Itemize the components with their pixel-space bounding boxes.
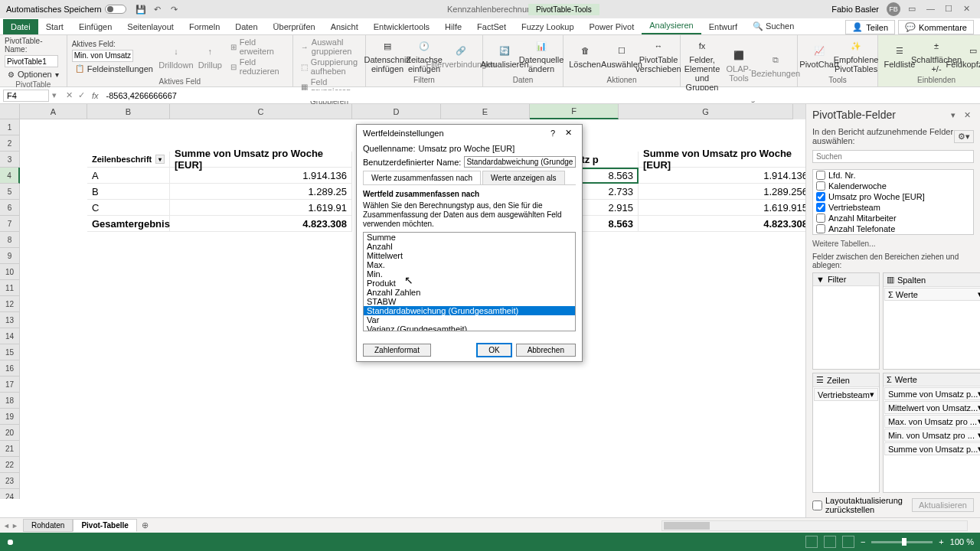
collapse-field-button[interactable]: ⊟ Feld reduzieren (227, 57, 288, 77)
sheet-tab-pivot[interactable]: Pivot-Tabelle (73, 519, 137, 532)
add-sheet-icon[interactable]: ⊕ (137, 519, 153, 532)
field-checkbox[interactable] (816, 203, 825, 212)
calc-option[interactable]: Mittelwert (364, 251, 575, 260)
tab-start[interactable]: Start (38, 19, 71, 34)
row-header[interactable]: 2 (0, 135, 20, 152)
row-header[interactable]: 16 (0, 360, 20, 377)
dialog-tab-summarize[interactable]: Werte zusammenfassen nach (363, 171, 481, 184)
zoom-level[interactable]: 100 % (950, 537, 974, 546)
redo-icon[interactable]: ↷ (169, 4, 180, 15)
tab-analysieren[interactable]: Analysieren (642, 18, 701, 34)
cell-g7[interactable]: 4.823.308 (639, 216, 813, 232)
cell-c5[interactable]: 1.289.25 (170, 184, 352, 200)
sheet-nav-next-icon[interactable]: ► (11, 522, 18, 530)
expand-field-button[interactable]: ⊞ Feld erweitern (227, 37, 288, 57)
col-header-e[interactable]: E (441, 104, 530, 119)
area-item[interactable]: Summe von Umsatz p...▾ (884, 387, 980, 400)
cell-c7[interactable]: 4.823.308 (170, 216, 352, 232)
zoom-in-icon[interactable]: + (939, 537, 943, 546)
cell-c6[interactable]: 1.619.91 (170, 200, 352, 216)
normal-view-icon[interactable] (805, 536, 818, 548)
close-icon[interactable]: ✕ (963, 4, 974, 15)
col-header-d[interactable]: D (352, 104, 441, 119)
col-header-b[interactable]: B (87, 104, 170, 119)
cell-c4[interactable]: 1.914.136 (170, 168, 352, 184)
olap-button[interactable]: ⬛OLAP-Tools (722, 46, 756, 84)
values-area[interactable]: ΣWerte Summe von Umsatz p...▾Mittelwert … (883, 373, 980, 493)
share-button[interactable]: 👤 Teilen (845, 20, 895, 34)
sheet-nav-prev-icon[interactable]: ◄ (3, 522, 10, 530)
ok-button[interactable]: OK (477, 344, 511, 357)
ribbon-options-icon[interactable]: ▭ (908, 4, 919, 15)
field-checkbox[interactable] (816, 181, 825, 191)
area-item[interactable]: Mittelwert von Umsatz...▾ (884, 401, 980, 414)
row-header[interactable]: 14 (0, 328, 20, 344)
row-header[interactable]: 7 (0, 216, 20, 232)
calc-option[interactable]: Produkt (364, 279, 575, 288)
area-item[interactable]: Max. von Umsatz pro ...▾ (884, 415, 980, 428)
row-header[interactable]: 15 (0, 344, 20, 360)
area-item[interactable]: Vertriebsteam▾ (814, 388, 878, 401)
page-break-view-icon[interactable] (842, 536, 854, 548)
fb-enter-icon[interactable]: ✓ (75, 90, 87, 100)
calc-option[interactable]: Anzahl (364, 242, 575, 251)
horizontal-scrollbar[interactable] (662, 520, 968, 531)
columns-area[interactable]: ▥Spalten Σ Werte▾ (883, 272, 980, 370)
defer-layout-checkbox[interactable] (812, 500, 822, 510)
change-source-button[interactable]: 📊Datenquelle ändern (524, 37, 558, 75)
tab-ansicht[interactable]: Ansicht (323, 19, 366, 34)
zoom-slider[interactable] (871, 541, 933, 543)
comments-button[interactable]: 💬 Kommentare (898, 20, 974, 34)
custom-name-input[interactable] (464, 156, 576, 168)
dialog-close-icon[interactable]: ✕ (560, 128, 576, 138)
pivotchart-button[interactable]: 📈PivotChart (802, 41, 836, 70)
record-macro-icon[interactable]: ⏺ (6, 537, 15, 546)
fx-icon[interactable]: fx (87, 91, 103, 100)
clear-button[interactable]: 🗑Löschen (568, 41, 602, 70)
row-header[interactable]: 18 (0, 393, 20, 409)
calculation-type-listbox[interactable]: SummeAnzahlMittelwertMax.Min.ProduktAnza… (363, 232, 576, 331)
pane-layout-icon[interactable]: ⚙▾ (954, 130, 974, 143)
tab-daten[interactable]: Daten (227, 19, 265, 34)
row-header[interactable]: 6 (0, 200, 20, 216)
pane-close-icon[interactable]: ✕ (960, 110, 974, 120)
field-checkbox[interactable] (816, 192, 825, 201)
area-item[interactable]: Min. von Umsatz pro ...▾ (884, 429, 980, 442)
maximize-icon[interactable]: ☐ (945, 4, 956, 15)
col-header-f[interactable]: F (530, 104, 619, 119)
calc-option[interactable]: Standardabweichung (Grundgesamtheit) (364, 306, 575, 315)
slicer-button[interactable]: ▤Datenschnitt einfügen (371, 37, 404, 75)
group-selection-button[interactable]: → Auswahl gruppieren (298, 37, 361, 57)
calc-fields-button[interactable]: fxFelder, Elemente und Gruppen (685, 37, 719, 93)
autosave-toggle[interactable] (105, 5, 126, 14)
cell-g4[interactable]: 1.914.136 (639, 168, 813, 184)
field-list[interactable]: Lfd. Nr.KalenderwocheUmsatz pro Woche [E… (812, 169, 974, 235)
cell-b5[interactable]: B (87, 184, 170, 200)
page-layout-view-icon[interactable] (824, 536, 836, 548)
field-checkbox[interactable] (816, 171, 825, 180)
calc-option[interactable]: Min. (364, 269, 575, 279)
more-tables-link[interactable]: Weitere Tabellen... (806, 238, 980, 249)
calc-option[interactable]: Anzahl Zahlen (364, 288, 575, 297)
field-search-input[interactable] (812, 150, 974, 163)
name-box[interactable] (3, 90, 49, 102)
row-header[interactable]: 8 (0, 232, 20, 248)
save-icon[interactable]: 💾 (136, 4, 146, 15)
calc-option[interactable]: Varianz (Grundgesamtheit) (364, 324, 575, 331)
area-item[interactable]: Σ Werte▾ (884, 288, 980, 301)
row-header[interactable]: 4 (0, 168, 20, 184)
row-header[interactable]: 12 (0, 296, 20, 312)
row-header[interactable]: 11 (0, 280, 20, 296)
cell-g3[interactable]: Summe von Umsatz pro Woche [EUR] (639, 152, 813, 168)
col-header-c[interactable]: C (170, 104, 352, 119)
row-header[interactable]: 10 (0, 264, 20, 280)
tab-suchen[interactable]: 🔍 Suchen (745, 18, 802, 34)
row-header[interactable]: 24 (0, 489, 20, 499)
cell-c3[interactable]: Summe von Umsatz pro Woche [EUR] (170, 152, 352, 168)
move-button[interactable]: ↔PivotTable verschieben (642, 37, 675, 75)
tab-fuzzy[interactable]: Fuzzy Lookup (514, 19, 581, 34)
cell-g6[interactable]: 1.619.915 (639, 200, 813, 216)
field-headers-button[interactable]: ▭Feldkopfzeilen (956, 41, 980, 70)
active-field-input[interactable] (72, 50, 133, 62)
field-settings-button[interactable]: 📋 Feldeinstellungen (72, 64, 156, 74)
